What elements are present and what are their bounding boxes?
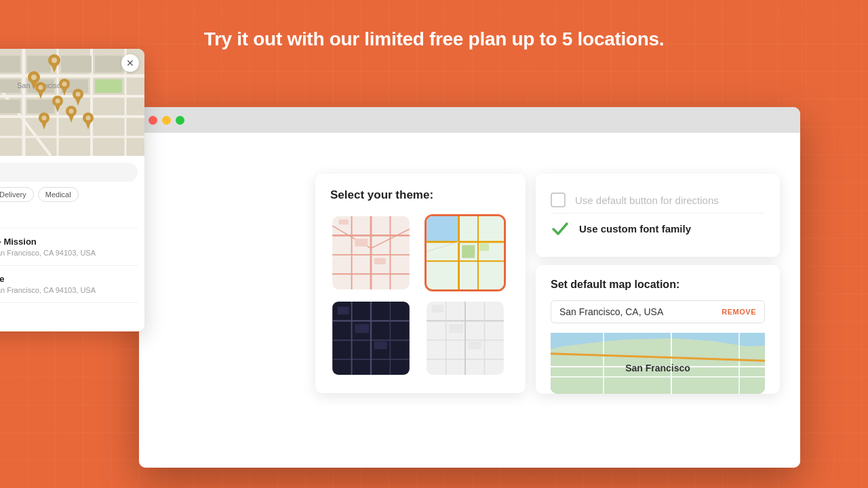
theme-minimal[interactable] — [425, 300, 506, 377]
svg-rect-29 — [355, 324, 369, 333]
svg-rect-13 — [427, 216, 458, 242]
svg-rect-39 — [449, 324, 463, 333]
svg-text:San Francisco: San Francisco — [17, 81, 64, 89]
svg-rect-40 — [469, 342, 481, 349]
location-list: Barbary Coast - Mission 12345 Brand St, … — [0, 228, 144, 331]
list-item[interactable]: BASA Collective 12345 Brand St, San Fran… — [0, 265, 138, 302]
theme-panel: Select your theme: — [315, 174, 526, 393]
map-widget: San Francisco — [0, 49, 144, 331]
filter-delivery[interactable]: Delivery — [0, 187, 34, 202]
map-preview: San Francisco — [551, 333, 765, 394]
svg-rect-38 — [432, 305, 443, 312]
headline-text: Try it out with our limited free plan up… — [0, 28, 868, 50]
location-input-row: San Francisco, CA, USA REMOVE — [551, 300, 765, 323]
option-row-1: Use default button for directions — [551, 187, 765, 213]
svg-rect-11 — [374, 258, 386, 264]
theme-panel-title: Select your theme: — [330, 188, 511, 202]
svg-rect-28 — [338, 307, 349, 314]
checkbox-directions[interactable] — [551, 192, 566, 207]
traffic-dot-yellow[interactable] — [162, 116, 171, 125]
svg-rect-20 — [479, 243, 489, 251]
traffic-dot-red[interactable] — [149, 116, 157, 125]
location-name: BASA Collective — [0, 274, 138, 284]
checkbox-font[interactable] — [551, 219, 570, 238]
theme-orange[interactable] — [425, 214, 506, 291]
option-row-2: Use custom font family — [551, 213, 765, 243]
browser-window: Select your theme: — [139, 107, 800, 468]
map-city-label: San Francisco — [625, 363, 690, 373]
svg-rect-30 — [374, 342, 387, 349]
svg-rect-71 — [95, 79, 122, 93]
option-directions-label: Use default button for directions — [575, 195, 719, 206]
svg-rect-67 — [0, 100, 20, 113]
svg-rect-66 — [61, 79, 88, 93]
svg-rect-10 — [355, 239, 368, 246]
filter-tags: Dispensary Delivery Medical Recreational — [0, 187, 144, 228]
theme-light[interactable] — [330, 214, 412, 291]
remove-location-button[interactable]: REMOVE — [722, 308, 756, 316]
svg-rect-63 — [27, 56, 51, 73]
filter-medical[interactable]: Medical — [38, 187, 79, 202]
search-bar: 🔍 — [0, 163, 138, 182]
svg-rect-68 — [27, 100, 54, 113]
map-area: San Francisco — [0, 49, 144, 156]
browser-content: Select your theme: — [139, 133, 800, 468]
location-name: Blum Oakland — [0, 311, 138, 321]
location-input-value: San Francisco, CA, USA — [559, 306, 716, 317]
svg-rect-9 — [339, 220, 349, 225]
list-item[interactable]: Barbary Coast - Mission 12345 Brand St, … — [0, 228, 138, 265]
close-map-button[interactable]: ✕ — [121, 54, 139, 72]
location-name: Barbary Coast - Mission — [0, 237, 138, 247]
traffic-dot-green[interactable] — [176, 116, 184, 125]
list-item[interactable]: Blum Oakland — [0, 302, 138, 331]
option-font-label: Use custom font family — [579, 223, 691, 235]
svg-rect-69 — [61, 56, 92, 73]
location-panel-title: Set default map location: — [551, 279, 765, 291]
location-panel: Set default map location: San Francisco,… — [536, 265, 780, 394]
browser-titlebar — [139, 107, 800, 133]
options-panel: Use default button for directions Use cu… — [536, 174, 780, 257]
search-input[interactable] — [0, 167, 130, 178]
svg-rect-70 — [95, 56, 122, 73]
theme-dark[interactable] — [330, 300, 412, 377]
svg-rect-19 — [462, 245, 475, 258]
location-address: 12345 Brand St, San Francisco, CA 94103,… — [0, 249, 138, 257]
theme-grid — [330, 214, 511, 377]
location-address: 12345 Brand St, San Francisco, CA 94103,… — [0, 286, 138, 294]
svg-rect-62 — [0, 56, 20, 73]
